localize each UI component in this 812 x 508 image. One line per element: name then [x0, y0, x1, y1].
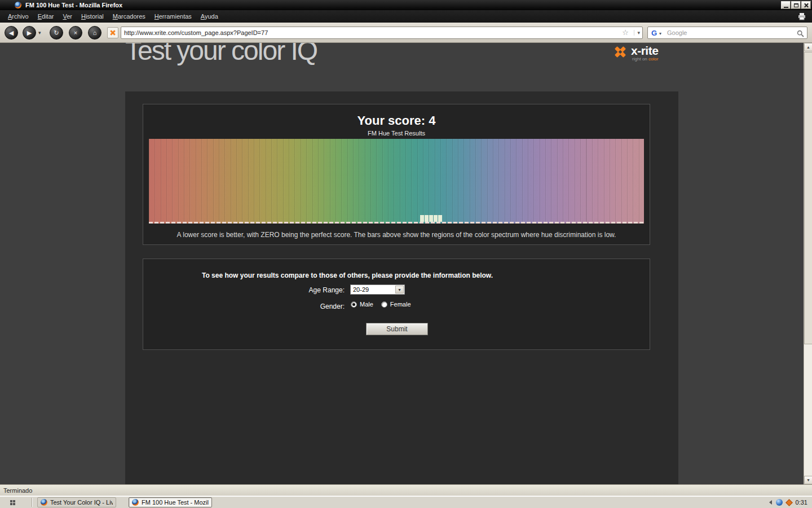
search-bar: G ▾ [647, 27, 807, 39]
menu-archivo[interactable]: Archivo [3, 11, 33, 21]
home-button[interactable]: ⌂ [88, 26, 102, 40]
minimize-button[interactable] [781, 1, 791, 9]
close-icon [804, 3, 809, 8]
maximize-icon [794, 3, 798, 7]
menu-ayuda[interactable]: Ayuda [196, 11, 223, 21]
spectrum-baseline-dashes [149, 222, 644, 224]
age-range-label: Age Range: [143, 286, 345, 294]
bookmark-star-icon[interactable]: ☆ [622, 28, 629, 37]
search-engine-caret[interactable]: ▾ [659, 31, 661, 36]
url-input[interactable] [124, 28, 615, 38]
forward-button[interactable]: ▶ [23, 26, 36, 40]
reload-button[interactable]: ↻ [50, 26, 63, 40]
xrite-logo-icon [613, 45, 628, 62]
task-label: Test Your Color IQ - Live ... [50, 499, 113, 506]
window-title: FM 100 Hue Test - Mozilla Firefox [25, 2, 122, 8]
desktop-screen: FM 100 Hue Test - Mozilla Firefox Archiv… [0, 0, 812, 508]
task-button-1[interactable]: FM 100 Hue Test - Mozil... [129, 497, 212, 507]
stop-button[interactable]: × [69, 26, 82, 40]
male-label: Male [360, 301, 373, 308]
radio-female[interactable] [381, 301, 387, 308]
xrite-logo[interactable]: x-rite right on color [613, 45, 658, 62]
forward-history-caret[interactable]: ▾ [38, 30, 41, 36]
status-bar: Terminado [0, 484, 812, 496]
menu-bar: Archivo Editar Ver Historial Marcadores … [0, 10, 812, 23]
error-bar [438, 215, 442, 222]
url-bar: ☆ ▾ [121, 27, 643, 39]
scrollbar-thumb[interactable] [804, 52, 812, 344]
task-label: FM 100 Hue Test - Mozil... [142, 499, 209, 506]
radio-male[interactable] [351, 301, 357, 308]
content-column: Your score: 4 FM Hue Test Results A lowe… [125, 91, 678, 484]
firefox-icon [132, 499, 139, 506]
home-icon: ⌂ [93, 29, 97, 36]
firefox-icon [15, 2, 21, 8]
tray-icon-orange-diamond[interactable] [785, 499, 793, 506]
spectrum-bar [149, 139, 644, 224]
score-heading: Your score: 4 [143, 113, 650, 128]
menu-herramientas[interactable]: Herramientas [150, 11, 196, 21]
spectrum-cap-strips [149, 139, 644, 224]
error-bar [420, 215, 424, 222]
window-titlebar: FM 100 Hue Test - Mozilla Firefox [0, 0, 812, 10]
menu-historial[interactable]: Historial [77, 11, 108, 21]
xrite-brand: x-rite [631, 45, 658, 57]
submit-button[interactable]: Submit [366, 323, 428, 335]
page-title: Test your color IQ [125, 43, 317, 66]
score-subtitle: FM Hue Test Results [143, 130, 650, 137]
age-range-select[interactable]: 20-29 ▾ [350, 284, 405, 295]
quick-launch-icon[interactable] [10, 500, 16, 505]
taskbar: Test Your Color IQ - Live ... FM 100 Hue… [0, 496, 812, 508]
back-button[interactable]: ◀ [5, 26, 18, 40]
female-label: Female [390, 301, 411, 308]
score-caption: A lower score is better, with ZERO being… [143, 231, 650, 239]
system-tray: 0:31 [769, 496, 812, 508]
form-intro-text: To see how your results compare to those… [202, 271, 493, 279]
tray-expand-icon[interactable] [769, 500, 772, 505]
scroll-up-button[interactable]: ▲ [804, 43, 812, 51]
google-logo-icon[interactable]: G [651, 29, 657, 37]
menu-editar[interactable]: Editar [33, 11, 59, 21]
window-controls [781, 1, 811, 9]
task-button-0[interactable]: Test Your Color IQ - Live ... [37, 497, 116, 507]
scroll-down-button[interactable]: ▼ [804, 476, 812, 484]
navigation-toolbar: ◀ ▶ ▾ ↻ × ⌂ ☆ ▾ G ▾ [0, 23, 812, 43]
print-icon[interactable] [797, 12, 806, 23]
gender-options: Male Female [351, 301, 419, 308]
site-favicon [109, 29, 117, 37]
maximize-button[interactable] [791, 1, 801, 9]
age-range-value: 20-29 [353, 286, 369, 293]
close-button[interactable] [801, 1, 811, 9]
error-bar [425, 215, 429, 222]
stop-icon: × [74, 29, 77, 36]
browser-viewport: Test your color IQ x-rite right on color [0, 43, 812, 484]
url-dropdown-caret[interactable]: ▾ [634, 30, 640, 36]
site-identity-icon[interactable] [107, 27, 118, 38]
taskbar-separator [32, 498, 32, 507]
xrite-tagline: right on color [631, 57, 658, 62]
vertical-scrollbar: ▲ ▼ [804, 43, 812, 484]
search-icon[interactable] [797, 29, 804, 40]
demographics-panel: To see how your results compare to those… [143, 259, 650, 350]
firefox-icon [41, 499, 47, 506]
forward-icon: ▶ [27, 29, 32, 37]
minimize-icon [784, 7, 788, 8]
status-text: Terminado [3, 487, 32, 494]
xrite-logo-text: x-rite right on color [631, 45, 658, 62]
back-icon: ◀ [9, 29, 14, 37]
menu-marcadores[interactable]: Marcadores [108, 11, 150, 21]
error-bar [434, 215, 438, 222]
reload-icon: ↻ [54, 29, 59, 37]
clock: 0:31 [796, 499, 807, 506]
tray-icon-blue-orb[interactable] [776, 499, 783, 506]
menu-ver[interactable]: Ver [58, 11, 77, 21]
age-select-caret-icon[interactable]: ▾ [395, 286, 404, 294]
error-bar [429, 215, 433, 222]
search-input[interactable] [667, 28, 791, 38]
gender-label: Gender: [143, 303, 345, 310]
score-panel: Your score: 4 FM Hue Test Results A lowe… [143, 104, 650, 245]
